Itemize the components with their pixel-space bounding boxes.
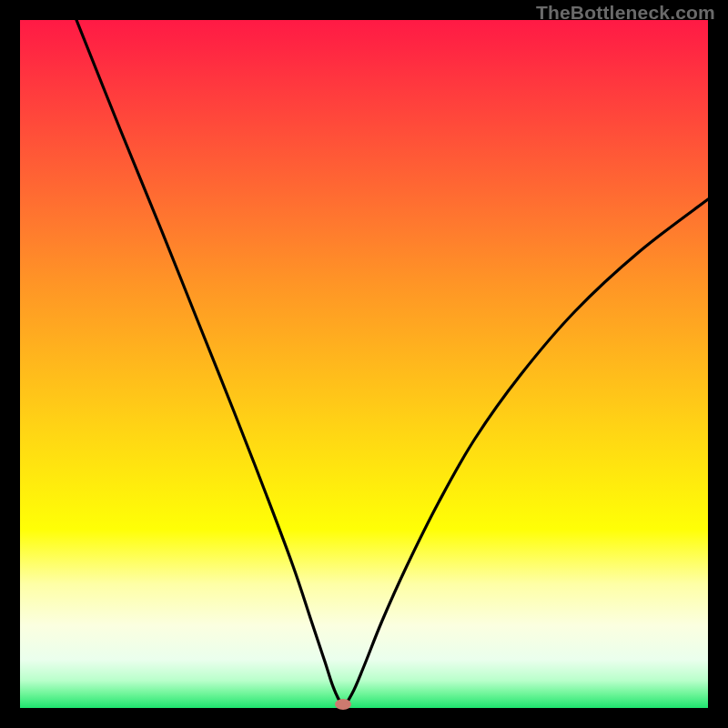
- optimal-point-marker: [335, 699, 351, 710]
- bottleneck-curve: [20, 20, 708, 708]
- chart-frame: TheBottleneck.com: [0, 0, 728, 728]
- plot-area: [20, 20, 708, 708]
